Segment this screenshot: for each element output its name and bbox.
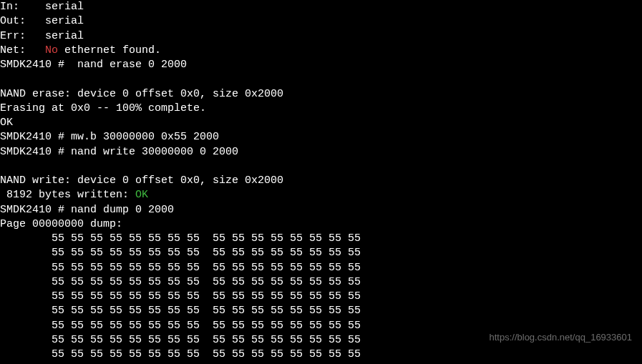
- terminal-output: In: serial Out: serial Err: serial Net: …: [0, 0, 642, 362]
- write-status-ok: OK: [135, 189, 148, 201]
- dump-rows: 55 55 55 55 55 55 55 55 55 55 55 55 55 5…: [0, 232, 361, 360]
- cmd-mw: mw.b 30000000 0x55 2000: [71, 131, 219, 143]
- erase-line3: OK: [0, 117, 13, 129]
- boot-err-value: serial: [45, 30, 84, 42]
- boot-net-error: No: [45, 44, 58, 56]
- boot-net-rest: ethernet found.: [58, 44, 161, 56]
- watermark: https://blog.csdn.net/qq_16933601: [490, 331, 633, 344]
- dump-header: Page 00000000 dump:: [0, 218, 122, 230]
- prompt: SMDK2410 #: [0, 59, 71, 71]
- cmd-erase: nand erase 0 2000: [71, 59, 187, 71]
- boot-err-label: Err:: [0, 30, 26, 42]
- cmd-dump: nand dump 0 2000: [71, 204, 174, 216]
- write-line1: NAND write: device 0 offset 0x0, size 0x…: [0, 174, 283, 187]
- boot-in-label: In:: [0, 1, 19, 13]
- cmd-write: nand write 30000000 0 2000: [71, 146, 238, 158]
- prompt: SMDK2410 #: [0, 131, 71, 143]
- prompt: SMDK2410 #: [0, 204, 71, 216]
- erase-line2: Erasing at 0x0 -- 100% complete.: [0, 102, 206, 114]
- boot-net-label: Net:: [0, 44, 26, 56]
- boot-out-value: serial: [45, 15, 84, 27]
- write-line2-prefix: 8192 bytes written:: [0, 189, 135, 201]
- boot-out-label: Out:: [0, 15, 26, 27]
- prompt: SMDK2410 #: [0, 146, 71, 158]
- boot-in-value: serial: [45, 1, 84, 13]
- erase-line1: NAND erase: device 0 offset 0x0, size 0x…: [0, 88, 283, 100]
